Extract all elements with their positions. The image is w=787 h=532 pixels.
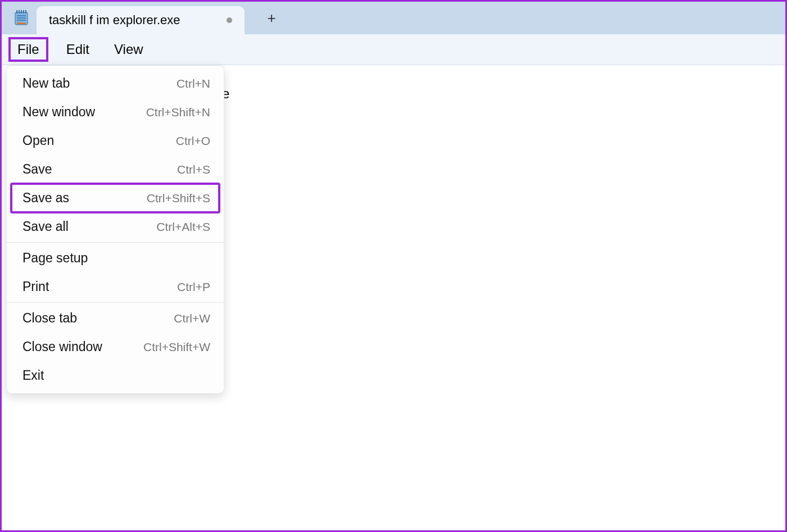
menu-item-save[interactable]: Save Ctrl+S: [7, 155, 224, 184]
svg-rect-9: [25, 10, 26, 13]
menu-item-shortcut: Ctrl+Shift+N: [146, 106, 210, 119]
svg-rect-4: [17, 22, 26, 24]
tab-active[interactable]: taskkill f im explorer.exe: [37, 6, 245, 34]
menu-item-new-tab[interactable]: New tab Ctrl+N: [7, 69, 224, 98]
menu-item-label: Save all: [22, 219, 69, 234]
menu-item-label: Save: [22, 162, 52, 177]
menu-item-open[interactable]: Open Ctrl+O: [7, 126, 224, 155]
svg-rect-7: [21, 10, 22, 13]
menu-item-save-as[interactable]: Save as Ctrl+Shift+S: [11, 184, 219, 212]
menu-item-label: Exit: [22, 368, 44, 383]
tab-bar: taskkill f im explorer.exe +: [2, 2, 785, 34]
svg-rect-5: [16, 10, 17, 13]
menu-item-label: Close window: [22, 339, 102, 354]
menu-item-shortcut: Ctrl+S: [177, 163, 210, 176]
svg-rect-6: [19, 10, 20, 13]
menu-item-label: New tab: [22, 76, 70, 91]
menu-item-print[interactable]: Print Ctrl+P: [7, 272, 224, 301]
unsaved-indicator-icon: [227, 17, 232, 23]
menu-item-shortcut: Ctrl+P: [177, 280, 210, 294]
menu-item-close-tab[interactable]: Close tab Ctrl+W: [7, 304, 224, 333]
menu-item-label: Page setup: [22, 251, 88, 266]
plus-icon: +: [267, 10, 275, 27]
menu-item-new-window[interactable]: New window Ctrl+Shift+N: [7, 98, 224, 126]
menu-bar: File Edit View: [2, 34, 785, 65]
menu-item-shortcut: Ctrl+O: [176, 134, 210, 148]
svg-rect-8: [23, 10, 24, 13]
menu-item-label: Save as: [22, 190, 69, 206]
file-menu-dropdown: New tab Ctrl+N New window Ctrl+Shift+N O…: [6, 65, 224, 394]
menu-item-label: Close tab: [22, 311, 77, 326]
menu-item-close-window[interactable]: Close window Ctrl+Shift+W: [7, 333, 224, 361]
tab-title: taskkill f im explorer.exe: [49, 13, 216, 28]
notepad-icon: [14, 10, 29, 26]
menu-item-shortcut: Ctrl+W: [174, 312, 210, 325]
menu-view[interactable]: View: [102, 38, 156, 61]
menu-item-shortcut: Ctrl+Shift+W: [143, 340, 210, 354]
menu-edit[interactable]: Edit: [54, 38, 102, 61]
menu-item-save-all[interactable]: Save all Ctrl+Alt+S: [7, 212, 224, 241]
menu-item-label: New window: [22, 104, 95, 120]
new-tab-button[interactable]: +: [259, 6, 284, 30]
menu-item-shortcut: Ctrl+N: [177, 77, 210, 90]
menu-item-shortcut: Ctrl+Alt+S: [156, 220, 210, 234]
menu-file[interactable]: File: [8, 37, 48, 62]
menu-separator: [7, 242, 224, 243]
menu-separator: [7, 302, 224, 303]
menu-item-shortcut: Ctrl+Shift+S: [147, 192, 210, 205]
menu-item-label: Open: [22, 133, 54, 148]
menu-item-page-setup[interactable]: Page setup: [7, 244, 224, 272]
menu-item-exit[interactable]: Exit: [7, 361, 224, 390]
menu-item-label: Print: [22, 279, 49, 294]
